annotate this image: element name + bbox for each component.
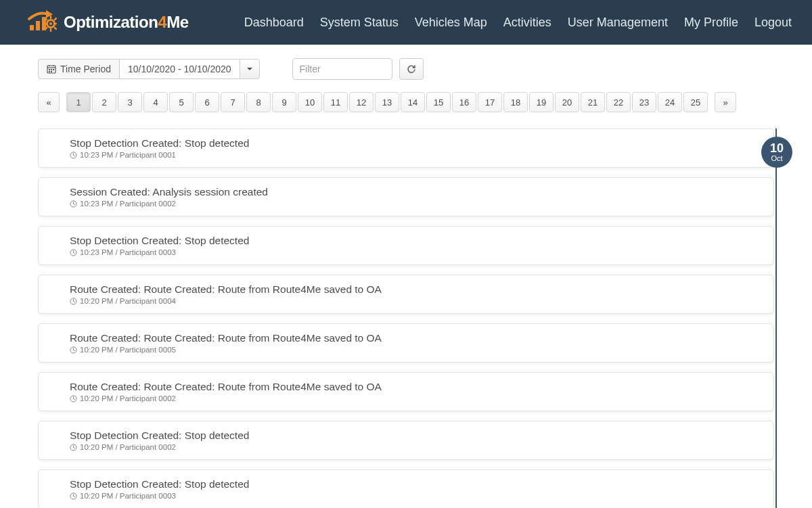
- page-16[interactable]: 16: [452, 92, 476, 112]
- page-20[interactable]: 20: [555, 92, 579, 112]
- activity-meta: 10:23 PM / Participant 0001: [70, 151, 763, 159]
- brand-text: Optimization4Me: [64, 13, 189, 32]
- svg-rect-9: [49, 71, 50, 72]
- clock-icon: [70, 249, 77, 256]
- timeline-day: 10: [770, 142, 784, 154]
- activity-title: Session Created: Analysis session create…: [70, 186, 763, 198]
- page-next[interactable]: »: [715, 92, 736, 112]
- brand-icon: [27, 9, 57, 36]
- page-23[interactable]: 23: [632, 92, 656, 112]
- clock-icon: [70, 444, 77, 451]
- page-21[interactable]: 21: [581, 92, 605, 112]
- date-range-text: 10/10/2020 - 10/10/2020: [128, 64, 231, 74]
- activity-time: 10:20 PM / Participant 0003: [80, 492, 176, 500]
- page-5[interactable]: 5: [169, 92, 194, 112]
- activity-card[interactable]: Route Created: Route Created: Route from…: [38, 372, 774, 411]
- clock-icon: [70, 395, 77, 402]
- svg-rect-10: [51, 71, 52, 72]
- timeline-date-badge: 10 Oct: [761, 137, 792, 168]
- activity-title: Stop Detection Created: Stop detected: [70, 235, 763, 247]
- date-range-dropdown[interactable]: [240, 59, 260, 79]
- page-8[interactable]: 8: [246, 92, 271, 112]
- activity-title: Route Created: Route Created: Route from…: [70, 381, 763, 393]
- time-period-label: Time Period: [60, 64, 111, 74]
- activity-meta: 10:20 PM / Participant 0005: [70, 346, 763, 354]
- activity-meta: 10:23 PM / Participant 0002: [70, 200, 763, 208]
- page-4[interactable]: 4: [143, 92, 168, 112]
- activity-time: 10:20 PM / Participant 0002: [80, 394, 176, 402]
- timeline-month: Oct: [771, 154, 782, 162]
- clock-icon: [70, 152, 77, 159]
- clock-icon: [70, 200, 77, 208]
- nav-user-management[interactable]: User Management: [568, 16, 668, 30]
- nav-system-status[interactable]: System Status: [320, 16, 399, 30]
- activity-card[interactable]: Stop Detection Created: Stop detected10:…: [38, 421, 774, 460]
- svg-rect-6: [49, 69, 50, 70]
- activity-meta: 10:20 PM / Participant 0002: [70, 394, 763, 402]
- nav-my-profile[interactable]: My Profile: [684, 16, 738, 30]
- activity-timeline: 10 Oct Stop Detection Created: Stop dete…: [38, 129, 774, 508]
- page-1[interactable]: 1: [66, 92, 91, 112]
- activity-title: Route Created: Route Created: Route from…: [70, 332, 763, 344]
- activity-card[interactable]: Stop Detection Created: Stop detected10:…: [38, 469, 774, 508]
- page-10[interactable]: 10: [298, 92, 322, 112]
- activity-title: Stop Detection Created: Stop detected: [70, 430, 763, 442]
- time-period-button[interactable]: Time Period: [38, 59, 120, 79]
- page-prev[interactable]: «: [38, 92, 60, 112]
- nav-vehicles-map[interactable]: Vehicles Map: [415, 16, 487, 30]
- nav-dashboard[interactable]: Dashboard: [244, 16, 304, 30]
- page-7[interactable]: 7: [221, 92, 245, 112]
- activity-meta: 10:23 PM / Participant 0003: [70, 248, 763, 256]
- page-17[interactable]: 17: [478, 92, 502, 112]
- page-3[interactable]: 3: [118, 92, 142, 112]
- page-11[interactable]: 11: [323, 92, 348, 112]
- page-13[interactable]: 13: [375, 92, 399, 112]
- page-6[interactable]: 6: [195, 92, 219, 112]
- activity-time: 10:23 PM / Participant 0002: [80, 200, 176, 208]
- toolbar: Time Period 10/10/2020 - 10/10/2020: [38, 58, 774, 80]
- activity-card[interactable]: Route Created: Route Created: Route from…: [38, 323, 774, 363]
- activity-card[interactable]: Route Created: Route Created: Route from…: [38, 275, 774, 314]
- activity-title: Stop Detection Created: Stop detected: [70, 478, 763, 490]
- activity-title: Stop Detection Created: Stop detected: [70, 137, 763, 149]
- page-18[interactable]: 18: [503, 92, 528, 112]
- page-15[interactable]: 15: [426, 92, 451, 112]
- time-period-picker[interactable]: Time Period 10/10/2020 - 10/10/2020: [38, 59, 260, 79]
- clock-icon: [70, 298, 77, 305]
- svg-rect-7: [51, 69, 52, 70]
- svg-rect-8: [53, 69, 54, 70]
- activity-card[interactable]: Session Created: Analysis session create…: [38, 177, 774, 216]
- activity-title: Route Created: Route Created: Route from…: [70, 283, 763, 296]
- filter-input[interactable]: [292, 58, 392, 80]
- activity-time: 10:20 PM / Participant 0004: [80, 297, 176, 305]
- activity-time: 10:23 PM / Participant 0001: [80, 151, 176, 159]
- page-14[interactable]: 14: [401, 92, 425, 112]
- nav-activities[interactable]: Activities: [503, 16, 551, 30]
- pagination-top: «123456789101112131415161718192021222324…: [38, 92, 774, 112]
- clock-icon: [70, 346, 77, 354]
- activity-time: 10:20 PM / Participant 0002: [80, 443, 176, 451]
- nav-logout[interactable]: Logout: [754, 16, 792, 30]
- page-24[interactable]: 24: [658, 92, 682, 112]
- activity-meta: 10:20 PM / Participant 0002: [70, 443, 763, 451]
- refresh-button[interactable]: [399, 58, 424, 80]
- activity-meta: 10:20 PM / Participant 0004: [70, 297, 763, 305]
- calendar-icon: [47, 64, 56, 74]
- activity-time: 10:20 PM / Participant 0005: [80, 346, 176, 354]
- page-19[interactable]: 19: [529, 92, 554, 112]
- date-range-button[interactable]: 10/10/2020 - 10/10/2020: [119, 59, 240, 79]
- activity-card[interactable]: Stop Detection Created: Stop detected10:…: [38, 129, 774, 168]
- page-25[interactable]: 25: [683, 92, 708, 112]
- chevron-down-icon: [247, 68, 252, 70]
- page-2[interactable]: 2: [92, 92, 116, 112]
- main-nav: Dashboard System Status Vehicles Map Act…: [244, 16, 792, 30]
- activity-time: 10:23 PM / Participant 0003: [80, 248, 176, 256]
- page-12[interactable]: 12: [349, 92, 374, 112]
- activity-card[interactable]: Stop Detection Created: Stop detected10:…: [38, 226, 774, 265]
- refresh-icon: [407, 64, 416, 74]
- activity-meta: 10:20 PM / Participant 0003: [70, 492, 763, 500]
- page-9[interactable]: 9: [272, 92, 296, 112]
- page-22[interactable]: 22: [606, 92, 631, 112]
- brand-logo[interactable]: Optimization4Me: [27, 9, 189, 36]
- clock-icon: [70, 492, 77, 500]
